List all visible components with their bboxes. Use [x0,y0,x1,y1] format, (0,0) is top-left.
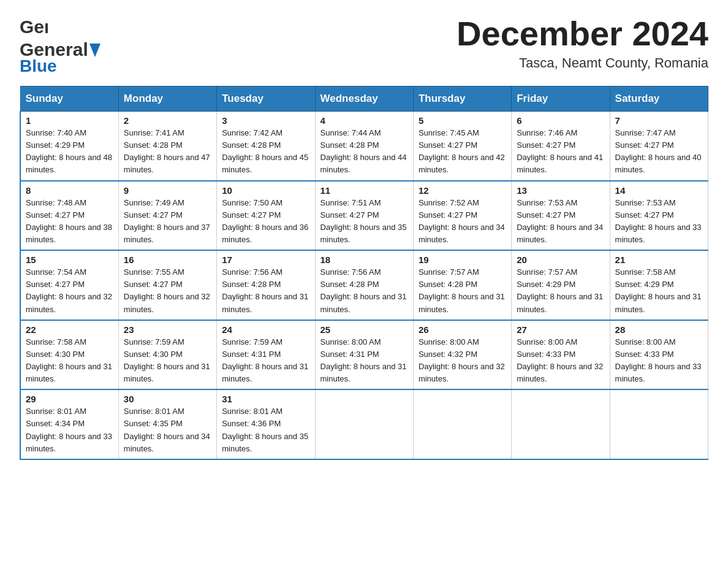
calendar-title-area: December 2024 Tasca, Neamt County, Roman… [457,15,708,71]
header-thursday: Thursday [413,86,511,112]
day-info: Sunrise: 8:00 AMSunset: 4:31 PMDaylight:… [320,336,408,386]
calendar-month-year: December 2024 [457,15,708,53]
cell-week1-day2: 2Sunrise: 7:41 AMSunset: 4:28 PMDaylight… [118,112,216,181]
cell-week5-day5 [413,389,511,459]
day-info: Sunrise: 7:55 AMSunset: 4:27 PMDaylight:… [124,266,211,316]
cell-week1-day1: 1Sunrise: 7:40 AMSunset: 4:29 PMDaylight… [20,112,118,181]
day-info: Sunrise: 8:00 AMSunset: 4:32 PMDaylight:… [419,336,506,386]
day-info: Sunrise: 7:49 AMSunset: 4:27 PMDaylight:… [124,197,211,247]
day-number: 18 [320,255,408,265]
day-info: Sunrise: 7:46 AMSunset: 4:27 PMDaylight:… [517,127,604,177]
day-number: 6 [517,115,604,126]
day-info: Sunrise: 7:56 AMSunset: 4:28 PMDaylight:… [222,266,309,316]
day-info: Sunrise: 7:58 AMSunset: 4:30 PMDaylight:… [26,336,113,386]
cell-week4-day6: 27Sunrise: 8:00 AMSunset: 4:33 PMDayligh… [512,320,610,390]
calendar-location: Tasca, Neamt County, Romania [457,55,708,71]
header-tuesday: Tuesday [217,86,315,112]
week-row-3: 15Sunrise: 7:54 AMSunset: 4:27 PMDayligh… [20,250,708,320]
day-info: Sunrise: 8:01 AMSunset: 4:36 PMDaylight:… [222,405,309,455]
day-info: Sunrise: 7:41 AMSunset: 4:28 PMDaylight:… [124,127,211,177]
day-info: Sunrise: 7:59 AMSunset: 4:31 PMDaylight:… [222,336,309,386]
day-info: Sunrise: 7:58 AMSunset: 4:29 PMDaylight:… [615,266,703,316]
cell-week3-day6: 20Sunrise: 7:57 AMSunset: 4:29 PMDayligh… [512,250,610,320]
day-number: 14 [615,185,703,196]
cell-week5-day2: 30Sunrise: 8:01 AMSunset: 4:35 PMDayligh… [118,389,216,459]
calendar-table: SundayMondayTuesdayWednesdayThursdayFrid… [20,86,708,460]
day-number: 30 [124,394,211,404]
week-row-5: 29Sunrise: 8:01 AMSunset: 4:34 PMDayligh… [20,389,708,459]
day-info: Sunrise: 7:51 AMSunset: 4:27 PMDaylight:… [320,197,408,247]
day-info: Sunrise: 7:44 AMSunset: 4:28 PMDaylight:… [320,127,408,177]
cell-week3-day5: 19Sunrise: 7:57 AMSunset: 4:28 PMDayligh… [413,250,511,320]
cell-week1-day5: 5Sunrise: 7:45 AMSunset: 4:27 PMDaylight… [413,112,511,181]
day-info: Sunrise: 7:45 AMSunset: 4:27 PMDaylight:… [419,127,506,177]
cell-week4-day7: 28Sunrise: 8:00 AMSunset: 4:33 PMDayligh… [610,320,708,390]
cell-week5-day4 [315,389,413,459]
day-info: Sunrise: 7:47 AMSunset: 4:27 PMDaylight:… [615,127,703,177]
cell-week3-day2: 16Sunrise: 7:55 AMSunset: 4:27 PMDayligh… [118,250,216,320]
day-number: 29 [26,394,113,404]
cell-week2-day5: 12Sunrise: 7:52 AMSunset: 4:27 PMDayligh… [413,181,511,251]
day-number: 28 [615,324,703,335]
svg-marker-1 [89,44,100,57]
cell-week1-day4: 4Sunrise: 7:44 AMSunset: 4:28 PMDaylight… [315,112,413,181]
header-wednesday: Wednesday [315,86,413,112]
svg-text:General: General [20,17,48,37]
week-row-4: 22Sunrise: 7:58 AMSunset: 4:30 PMDayligh… [20,320,708,390]
day-number: 31 [222,394,309,404]
day-info: Sunrise: 8:00 AMSunset: 4:33 PMDaylight:… [615,336,703,386]
day-number: 11 [320,185,408,196]
day-number: 26 [419,324,506,335]
day-info: Sunrise: 7:40 AMSunset: 4:29 PMDaylight:… [26,127,113,177]
day-info: Sunrise: 7:50 AMSunset: 4:27 PMDaylight:… [222,197,309,247]
day-info: Sunrise: 7:57 AMSunset: 4:28 PMDaylight:… [419,266,506,316]
cell-week5-day7 [610,389,708,459]
day-info: Sunrise: 7:42 AMSunset: 4:28 PMDaylight:… [222,127,309,177]
day-number: 27 [517,324,604,335]
day-number: 8 [26,185,113,196]
day-number: 5 [419,115,506,126]
cell-week2-day7: 14Sunrise: 7:53 AMSunset: 4:27 PMDayligh… [610,181,708,251]
day-info: Sunrise: 7:52 AMSunset: 4:27 PMDaylight:… [419,197,506,247]
day-number: 24 [222,324,309,335]
day-info: Sunrise: 7:59 AMSunset: 4:30 PMDaylight:… [124,336,211,386]
cell-week1-day6: 6Sunrise: 7:46 AMSunset: 4:27 PMDaylight… [512,112,610,181]
cell-week2-day1: 8Sunrise: 7:48 AMSunset: 4:27 PMDaylight… [20,181,118,251]
day-info: Sunrise: 8:01 AMSunset: 4:34 PMDaylight:… [26,405,113,455]
logo-arrow-icon [89,44,100,57]
cell-week1-day3: 3Sunrise: 7:42 AMSunset: 4:28 PMDaylight… [217,112,315,181]
day-info: Sunrise: 8:01 AMSunset: 4:35 PMDaylight:… [124,405,211,455]
cell-week3-day7: 21Sunrise: 7:58 AMSunset: 4:29 PMDayligh… [610,250,708,320]
cell-week4-day3: 24Sunrise: 7:59 AMSunset: 4:31 PMDayligh… [217,320,315,390]
cell-week4-day5: 26Sunrise: 8:00 AMSunset: 4:32 PMDayligh… [413,320,511,390]
logo-blue: Blue [20,56,57,76]
day-info: Sunrise: 7:53 AMSunset: 4:27 PMDaylight:… [615,197,703,247]
cell-week1-day7: 7Sunrise: 7:47 AMSunset: 4:27 PMDaylight… [610,112,708,181]
day-number: 12 [419,185,506,196]
day-number: 4 [320,115,408,126]
day-number: 23 [124,324,211,335]
cell-week2-day4: 11Sunrise: 7:51 AMSunset: 4:27 PMDayligh… [315,181,413,251]
header-friday: Friday [512,86,610,112]
cell-week2-day3: 10Sunrise: 7:50 AMSunset: 4:27 PMDayligh… [217,181,315,251]
day-info: Sunrise: 8:00 AMSunset: 4:33 PMDaylight:… [517,336,604,386]
week-row-2: 8Sunrise: 7:48 AMSunset: 4:27 PMDaylight… [20,181,708,251]
cell-week2-day2: 9Sunrise: 7:49 AMSunset: 4:27 PMDaylight… [118,181,216,251]
day-number: 16 [124,255,211,265]
header-saturday: Saturday [610,86,708,112]
day-number: 15 [26,255,113,265]
day-number: 22 [26,324,113,335]
cell-week4-day4: 25Sunrise: 8:00 AMSunset: 4:31 PMDayligh… [315,320,413,390]
cell-week2-day6: 13Sunrise: 7:53 AMSunset: 4:27 PMDayligh… [512,181,610,251]
day-number: 9 [124,185,211,196]
logo: General General Blue [20,15,100,76]
cell-week3-day4: 18Sunrise: 7:56 AMSunset: 4:28 PMDayligh… [315,250,413,320]
day-number: 2 [124,115,211,126]
cell-week3-day3: 17Sunrise: 7:56 AMSunset: 4:28 PMDayligh… [217,250,315,320]
cell-week5-day3: 31Sunrise: 8:01 AMSunset: 4:36 PMDayligh… [217,389,315,459]
day-number: 13 [517,185,604,196]
day-number: 10 [222,185,309,196]
day-info: Sunrise: 7:53 AMSunset: 4:27 PMDaylight:… [517,197,604,247]
day-number: 17 [222,255,309,265]
day-number: 25 [320,324,408,335]
